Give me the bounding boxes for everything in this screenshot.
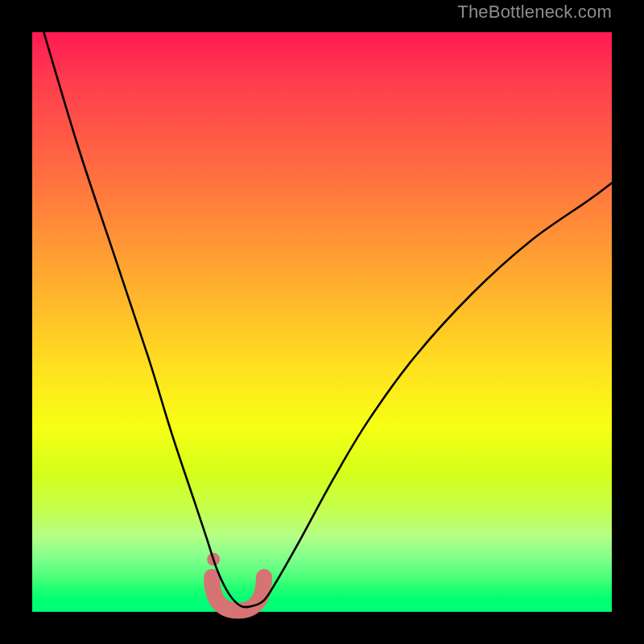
watermark-text: TheBottleneck.com	[457, 0, 612, 23]
chart-frame: TheBottleneck.com	[0, 0, 644, 644]
watermark-region: TheBottleneck.com	[32, 0, 612, 32]
chart-svg	[32, 32, 612, 612]
bottleneck-curve	[43, 32, 612, 607]
